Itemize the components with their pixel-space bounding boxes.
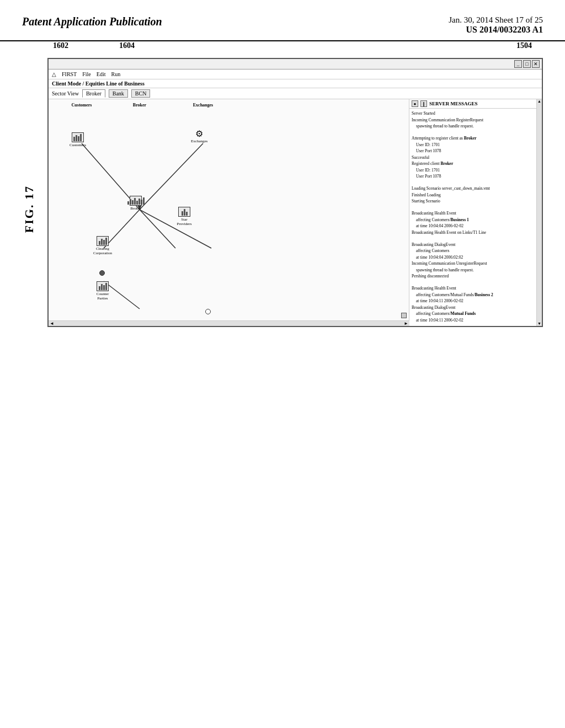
msg-incoming-1: Incoming Communication RegisterRequest bbox=[412, 117, 534, 124]
bbar3 bbox=[132, 200, 134, 205]
col-broker: Broker bbox=[133, 103, 146, 108]
msg-userid-1: User ID: 1701 bbox=[412, 142, 534, 148]
bbar5 bbox=[136, 201, 138, 205]
tab-bank[interactable]: Bank bbox=[109, 89, 128, 98]
bbar8 bbox=[143, 197, 145, 205]
minimize-button[interactable]: _ bbox=[514, 60, 522, 68]
ref-1602: 1602 bbox=[53, 41, 68, 50]
clearing-bars bbox=[99, 237, 107, 245]
col-exchanges: Exchanges bbox=[193, 103, 213, 108]
msg-port-1: User Port 1078 bbox=[412, 148, 534, 154]
exchanges-label: Exchanges bbox=[191, 139, 207, 143]
cbar1 bbox=[99, 241, 100, 245]
view-label-text: Client Mode / Equities Line of Business bbox=[52, 81, 145, 87]
cpbar3 bbox=[103, 285, 105, 290]
customers-bars bbox=[73, 133, 82, 141]
msg-time-4: at time 10:04:11 2006-02-02 bbox=[412, 318, 534, 324]
tab-broker[interactable]: Broker bbox=[82, 89, 105, 98]
maximize-button[interactable]: □ bbox=[523, 60, 531, 68]
cpbar2 bbox=[101, 284, 103, 290]
messages-header: ● ‖ SERVER MESSAGES bbox=[409, 99, 542, 109]
toolbar: Sector View Broker Bank BCN bbox=[49, 88, 542, 99]
date-sheet: Jan. 30, 2014 Sheet 17 of 25 bbox=[449, 15, 543, 25]
bbar1 bbox=[127, 201, 129, 205]
menu-edit[interactable]: Edit bbox=[94, 71, 108, 78]
msg-finished-loading: Finished Loading bbox=[412, 192, 534, 199]
messages-scrollbar[interactable] bbox=[536, 99, 542, 326]
bar1 bbox=[73, 137, 75, 141]
msg-broadcasting-health-1: Broadcasting Health Event bbox=[412, 211, 534, 217]
broker-bars bbox=[127, 197, 145, 205]
msg-affecting-mf: affecting Customers/Mutual Funds bbox=[412, 311, 534, 317]
customers-icon bbox=[72, 132, 84, 142]
ref-1504: 1504 bbox=[516, 41, 532, 50]
msg-server-started: Server Started bbox=[412, 111, 534, 117]
msg-broadcasting-health-2: Broadcasting Health Event bbox=[412, 286, 534, 292]
node-clearing: Clearing Corporation bbox=[92, 236, 114, 255]
exchanges-icon: ⚙ bbox=[195, 130, 203, 138]
msg-loading-scenario: Loading Scenario server_cust_down_main.v… bbox=[412, 186, 534, 192]
msg-userid-2: User ID: 1701 bbox=[412, 168, 534, 174]
ref-1604: 1604 bbox=[119, 41, 135, 50]
msg-affecting-cust-b1: affecting Customers/Business 1 bbox=[412, 217, 534, 223]
app-logo: △ bbox=[52, 71, 56, 77]
star-providers-label: Star Providers bbox=[174, 217, 194, 226]
col-customers: Customers bbox=[72, 103, 92, 108]
application-window: _ □ ✕ △ FIRST File Edit Run Client Mode … bbox=[47, 58, 543, 327]
msg-time-3: at time 10:04:11 2006-02-02 bbox=[412, 298, 534, 304]
close-button[interactable]: ✕ bbox=[532, 60, 540, 68]
menu-item-first[interactable]: FIRST bbox=[60, 71, 79, 78]
node-star-providers: Star Providers bbox=[174, 207, 194, 226]
page-header: Patent Application Publication Jan. 30, … bbox=[0, 0, 565, 41]
messages-panel: ● ‖ SERVER MESSAGES Server Started Incom… bbox=[409, 99, 542, 326]
cbar3 bbox=[103, 240, 105, 245]
messages-body: Server Started Incoming Communication Re… bbox=[409, 109, 542, 326]
bbar7 bbox=[141, 200, 142, 205]
bbar2 bbox=[130, 199, 131, 205]
bbar6 bbox=[138, 199, 140, 205]
msg-pershing-disc: Pershing disconnected bbox=[412, 274, 534, 280]
msg-port-2: User Port 1078 bbox=[412, 174, 534, 180]
clearing-icon bbox=[97, 236, 109, 246]
publication-title: Patent Application Publication bbox=[22, 15, 162, 28]
app-window: △ FIRST File Edit Run Client Mode / Equi… bbox=[49, 69, 542, 326]
node-customers: Customers bbox=[70, 132, 86, 147]
bar2 bbox=[76, 135, 77, 141]
msg-record-btn[interactable]: ● bbox=[412, 100, 418, 107]
figure-label: FIG. 17 bbox=[22, 185, 36, 233]
tab-bcn[interactable]: BCN bbox=[131, 89, 151, 98]
menu-file[interactable]: File bbox=[80, 71, 93, 78]
node-broker: Broker bbox=[130, 196, 142, 211]
counter-parties-icon bbox=[97, 281, 109, 291]
msg-time-2: at time 10:04:04 2006:02:02 bbox=[412, 255, 534, 261]
circle-node-1 bbox=[99, 270, 105, 276]
view-label: Client Mode / Equities Line of Business bbox=[49, 79, 542, 88]
horizontal-scrollbar[interactable] bbox=[49, 320, 409, 326]
bar4 bbox=[80, 134, 82, 141]
msg-broadcasting-dialog-2: Broadcasting DialogEvent bbox=[412, 305, 534, 311]
cbar2 bbox=[101, 239, 103, 245]
msg-pause-btn[interactable]: ‖ bbox=[420, 100, 427, 107]
clearing-label: Clearing Corporation bbox=[92, 247, 114, 255]
cp-bars bbox=[99, 282, 107, 290]
msg-starting-scenario: Starting Scenario bbox=[412, 199, 534, 205]
menu-bar: △ FIRST File Edit Run bbox=[49, 69, 542, 79]
broker-icon bbox=[130, 196, 142, 206]
sp-bars bbox=[182, 208, 188, 216]
menu-run[interactable]: Run bbox=[109, 71, 122, 78]
customers-label: Customers bbox=[70, 143, 86, 147]
msg-affecting-mf-b2: affecting Customers/Mutual Funds/Busines… bbox=[412, 292, 534, 298]
diagram-area[interactable]: Customers Broker Exchanges Clearing Corp… bbox=[49, 99, 409, 320]
bbar4 bbox=[134, 198, 136, 205]
spbar2 bbox=[184, 209, 185, 216]
cpbar4 bbox=[105, 283, 107, 290]
cbar4 bbox=[105, 238, 107, 245]
star-providers-icon bbox=[178, 207, 190, 217]
bar3 bbox=[78, 136, 79, 141]
msg-spawning-2: spawning thread to handle request. bbox=[412, 267, 534, 274]
msg-broadcasting-dialog-1: Broadcasting DialogEvent bbox=[412, 242, 534, 248]
broker-label: Broker bbox=[130, 206, 141, 211]
msg-successful: Successful bbox=[412, 155, 534, 161]
msg-attempting: Attempting to register client as Broker bbox=[412, 136, 534, 142]
counter-parties-label: Counter Parties bbox=[92, 292, 114, 301]
